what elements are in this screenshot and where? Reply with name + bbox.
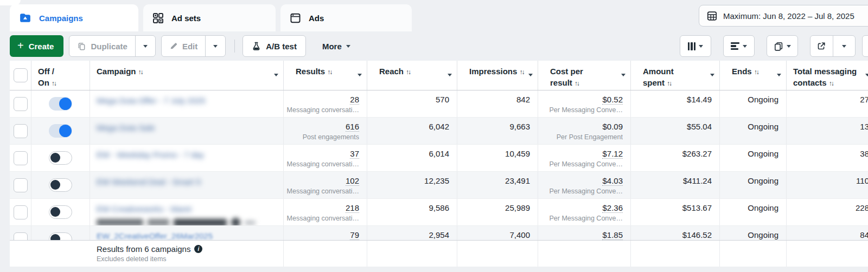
sort-icon: ↑↓ <box>829 80 833 87</box>
header-cost-per-result[interactable]: Cost per result↑↓ <box>538 61 631 90</box>
campaign-name-link[interactable]: EW - Weekday Promo - 7 day <box>97 150 204 159</box>
spent-value: $513.67 <box>631 203 712 212</box>
table-row: EW Weekend Deal - Smart 5102Messaging co… <box>10 172 868 199</box>
header-reach[interactable]: Reach↑↓ <box>367 61 457 90</box>
header-results[interactable]: Results↑↓ <box>284 61 367 90</box>
column-menu-icon[interactable] <box>528 74 533 76</box>
duplicate-icon <box>77 42 86 51</box>
row-checkbox[interactable] <box>14 97 28 111</box>
duplicate-dropdown[interactable] <box>135 36 155 56</box>
sort-icon: ↑↓ <box>138 68 143 76</box>
pencil-icon <box>169 42 178 50</box>
edit-dropdown[interactable] <box>205 36 225 56</box>
results-value[interactable]: 79 <box>284 230 359 239</box>
campaign-name-link[interactable]: Mega Duta Offer - 7 July 2025 <box>97 96 206 105</box>
contacts-value: 13 <box>787 122 868 131</box>
campaign-name-link[interactable]: EW Weekend Deal - Smart 5 <box>97 177 201 186</box>
level-tabs: Campaigns Ad sets Ads <box>10 4 412 31</box>
campaign-toggle[interactable] <box>49 124 72 138</box>
ends-value: Ongoing <box>720 95 778 104</box>
header-ends[interactable]: Ends↑↓ <box>720 61 787 90</box>
select-all-checkbox[interactable] <box>14 68 28 82</box>
campaign-toggle[interactable] <box>49 205 72 219</box>
reach-value: 570 <box>367 95 449 104</box>
tab-label: Ads <box>309 14 324 23</box>
ads-window-icon <box>289 12 302 24</box>
footer-note: Excludes deleted items <box>97 255 202 263</box>
row-checkbox[interactable] <box>14 178 28 192</box>
reach-value: 12,235 <box>367 176 449 185</box>
columns-icon <box>688 42 696 50</box>
actions-toolbar: + Create Duplicate Edit <box>0 31 868 61</box>
column-menu-icon[interactable] <box>621 74 626 76</box>
header-total-messaging-contacts[interactable]: Total messaging contacts↑↓ <box>787 61 868 90</box>
contacts-value: 228 <box>787 203 868 212</box>
campaign-toggle[interactable] <box>49 178 72 192</box>
cost-value[interactable]: $7.12 <box>538 149 623 158</box>
impressions-value: 9,663 <box>457 122 530 131</box>
column-menu-icon[interactable] <box>710 74 714 76</box>
duplicate-split-button: Duplicate <box>69 35 156 57</box>
ends-value: Ongoing <box>720 149 778 158</box>
info-icon[interactable]: i <box>194 245 202 253</box>
reach-value: 9,586 <box>367 203 449 212</box>
header-impressions[interactable]: Impressions↑↓ <box>457 61 538 90</box>
column-menu-icon[interactable] <box>448 74 452 76</box>
header-campaign[interactable]: Campaign↑↓ <box>90 61 284 90</box>
campaign-name-link[interactable]: Mega Duta Sale <box>97 123 155 132</box>
breakdown-button[interactable] <box>723 35 755 57</box>
results-value[interactable]: 218 <box>284 203 359 212</box>
column-menu-icon[interactable] <box>865 74 868 76</box>
row-checkbox[interactable] <box>14 124 28 138</box>
more-button[interactable]: More <box>319 35 354 57</box>
column-menu-icon[interactable] <box>274 74 278 76</box>
campaign-name-link[interactable]: EW Creativeworks - Maret <box>97 204 192 213</box>
edit-split-button: Edit <box>161 35 226 57</box>
row-checkbox[interactable] <box>14 205 28 219</box>
toolbar-divider <box>234 40 235 53</box>
cost-label: Per Messaging Conve… <box>538 160 623 168</box>
table-body: Mega Duta Offer - 7 July 202528Messaging… <box>10 90 868 253</box>
impressions-value: 842 <box>457 95 530 104</box>
chevron-down-icon <box>743 45 747 48</box>
header-off-on[interactable]: Off / On↑↓ <box>31 61 90 90</box>
sort-icon: ↑↓ <box>327 68 331 76</box>
tab-ads[interactable]: Ads <box>280 4 412 31</box>
create-button[interactable]: + Create <box>10 35 63 57</box>
reports-button[interactable] <box>767 35 798 57</box>
cost-value: $0.09 <box>538 122 623 131</box>
date-range-label: Maximum: Jun 8, 2022 – Jul 8, 2025 <box>723 11 854 21</box>
sort-icon: ↑↓ <box>52 80 56 87</box>
date-range-button[interactable]: Maximum: Jun 8, 2022 – Jul 8, 2025 <box>699 5 868 27</box>
header-amount-spent[interactable]: Amount spent↑↓ <box>631 61 720 90</box>
ends-value: Ongoing <box>720 176 778 185</box>
tab-ad-sets[interactable]: Ad sets <box>143 4 276 31</box>
cost-value[interactable]: $0.52 <box>538 95 623 104</box>
campaign-toggle[interactable] <box>49 97 72 111</box>
column-menu-icon[interactable] <box>358 74 362 76</box>
column-menu-icon[interactable] <box>777 74 781 76</box>
results-value[interactable]: 102 <box>284 176 359 185</box>
tab-campaigns[interactable]: Campaigns <box>10 4 138 31</box>
cost-value[interactable]: $1.85 <box>538 230 623 239</box>
results-value[interactable]: 37 <box>284 149 359 158</box>
row-checkbox[interactable] <box>14 151 28 165</box>
results-value[interactable]: 616 <box>284 122 359 131</box>
ab-test-button[interactable]: A/B test <box>242 35 306 57</box>
impressions-value: 23,491 <box>457 176 530 185</box>
campaign-toggle[interactable] <box>49 151 72 165</box>
columns-button[interactable] <box>680 35 711 57</box>
partial-edge-button[interactable] <box>862 35 868 57</box>
cost-value[interactable]: $2.36 <box>538 203 623 212</box>
calendar-grid-icon <box>706 10 718 22</box>
campaign-name-link[interactable]: EW_2CreativeOffer_26Mar2025 <box>97 231 213 241</box>
reach-value: 2,954 <box>367 230 449 239</box>
edit-button[interactable]: Edit <box>162 36 205 56</box>
duplicate-button[interactable]: Duplicate <box>69 36 135 56</box>
cost-label: Per Messaging Conve… <box>538 187 623 195</box>
results-value[interactable]: 28 <box>284 95 359 104</box>
cost-value[interactable]: $4.03 <box>538 176 623 185</box>
export-button[interactable] <box>810 36 833 56</box>
export-dropdown[interactable] <box>833 36 856 56</box>
chevron-down-icon <box>213 45 218 48</box>
